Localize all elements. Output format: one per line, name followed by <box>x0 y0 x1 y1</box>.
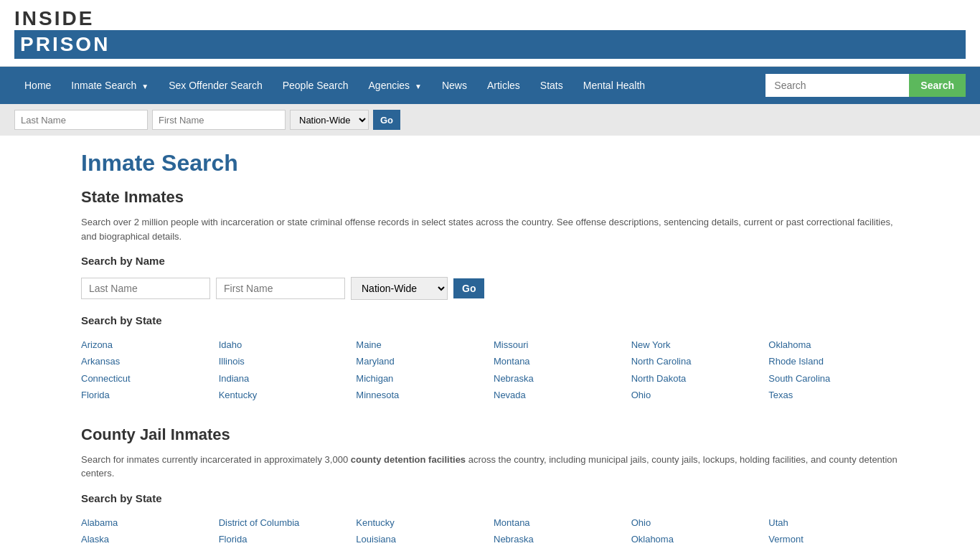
nav-people-search[interactable]: People Search <box>273 67 359 104</box>
county-link-ohio[interactable]: Ohio <box>631 517 651 528</box>
state-link-north-carolina[interactable]: North Carolina <box>631 356 692 367</box>
state-inmates-description: Search over 2 million people with incarc… <box>81 215 899 243</box>
county-link-kentucky[interactable]: Kentucky <box>356 517 394 528</box>
state-link-nevada[interactable]: Nevada <box>494 390 526 400</box>
state-link-illinois[interactable]: Illinois <box>219 356 245 367</box>
state-link-michigan[interactable]: Michigan <box>356 373 393 384</box>
state-link-new-york[interactable]: New York <box>631 339 671 350</box>
state-col-6: Oklahoma Rhode Island South Carolina Tex… <box>768 336 899 404</box>
logo-prison: PRISON <box>14 30 966 59</box>
nav-home[interactable]: Home <box>14 67 61 104</box>
county-col-2: District of Columbia Florida Georgia <box>219 514 349 551</box>
state-link-arkansas[interactable]: Arkansas <box>81 356 120 367</box>
county-link-florida[interactable]: Florida <box>219 534 248 545</box>
state-link-texas[interactable]: Texas <box>768 390 793 400</box>
nav-agencies[interactable]: Agencies ▼ <box>359 67 432 104</box>
nav-inmate-search[interactable]: Inmate Search ▼ <box>61 67 159 104</box>
county-jail-grid: Alabama Alaska Arkansas District of Colu… <box>81 514 899 551</box>
state-col-2: Idaho Illinois Indiana Kentucky <box>219 336 349 404</box>
inmate-search-arrow: ▼ <box>141 83 149 90</box>
state-link-florida[interactable]: Florida <box>81 390 110 400</box>
county-col-3: Kentucky Louisiana Maine <box>356 514 486 551</box>
quick-scope-select[interactable]: Nation-Wide Federal Alabama Alaska <box>290 110 369 130</box>
county-jail-title: County Jail Inmates <box>81 425 899 444</box>
state-link-rhode-island[interactable]: Rhode Island <box>768 356 824 367</box>
main-nav: Home Inmate Search ▼ Sex Offender Search… <box>0 67 980 104</box>
state-link-minnesota[interactable]: Minnesota <box>356 390 399 400</box>
county-link-louisiana[interactable]: Louisiana <box>356 534 396 545</box>
state-col-4: Missouri Montana Nebraska Nevada <box>494 336 624 404</box>
quick-last-name-input[interactable] <box>14 110 148 130</box>
county-link-nebraska[interactable]: Nebraska <box>494 534 534 545</box>
state-link-kentucky[interactable]: Kentucky <box>219 390 257 400</box>
state-last-name-input[interactable] <box>81 278 210 299</box>
nav-search-input[interactable] <box>765 74 909 97</box>
county-col-6: Utah Vermont Virginia <box>768 514 899 551</box>
site-logo[interactable]: INSIDE PRISON <box>14 7 966 59</box>
state-inmates-grid: Arizona Arkansas Connecticut Florida Ida… <box>81 336 899 404</box>
county-description-start: Search for inmates currently incarcerate… <box>81 454 351 465</box>
state-link-maryland[interactable]: Maryland <box>356 356 394 367</box>
county-jail-description: Search for inmates currently incarcerate… <box>81 453 899 481</box>
county-link-vermont[interactable]: Vermont <box>768 534 803 545</box>
county-link-oklahoma[interactable]: Oklahoma <box>631 534 674 545</box>
main-content: Inmate Search State Inmates Search over … <box>60 136 920 551</box>
search-by-name-label: Search by Name <box>81 255 899 267</box>
county-search-by-state-label: Search by State <box>81 492 899 504</box>
state-link-idaho[interactable]: Idaho <box>219 339 242 350</box>
state-go-button[interactable]: Go <box>453 278 484 298</box>
state-col-1: Arizona Arkansas Connecticut Florida <box>81 336 212 404</box>
nav-articles[interactable]: Articles <box>477 67 530 104</box>
county-link-utah[interactable]: Utah <box>768 517 788 528</box>
state-link-connecticut[interactable]: Connecticut <box>81 373 131 384</box>
state-link-arizona[interactable]: Arizona <box>81 339 113 350</box>
state-link-maine[interactable]: Maine <box>356 339 381 350</box>
quick-search-bar: Nation-Wide Federal Alabama Alaska Go <box>0 104 980 136</box>
search-by-state-label: Search by State <box>81 314 899 326</box>
county-description-bold: county detention facilities <box>351 454 466 465</box>
nav-search-area: Search <box>765 74 966 97</box>
county-link-alabama[interactable]: Alabama <box>81 517 118 528</box>
logo-inside: INSIDE <box>14 7 966 30</box>
nav-news[interactable]: News <box>432 67 477 104</box>
state-link-missouri[interactable]: Missouri <box>494 339 528 350</box>
page-title: Inmate Search <box>81 150 899 176</box>
state-inmates-title: State Inmates <box>81 188 899 207</box>
county-link-alaska[interactable]: Alaska <box>81 534 109 545</box>
nav-stats[interactable]: Stats <box>530 67 573 104</box>
nav-links: Home Inmate Search ▼ Sex Offender Search… <box>14 67 655 104</box>
state-col-3: Maine Maryland Michigan Minnesota <box>356 336 486 404</box>
state-col-5: New York North Carolina North Dakota Ohi… <box>631 336 762 404</box>
nav-sex-offender[interactable]: Sex Offender Search <box>159 67 272 104</box>
nav-mental-health[interactable]: Mental Health <box>573 67 655 104</box>
quick-go-button[interactable]: Go <box>373 110 400 130</box>
county-col-5: Ohio Oklahoma Oregon <box>631 514 762 551</box>
state-link-oklahoma[interactable]: Oklahoma <box>768 339 811 350</box>
quick-first-name-input[interactable] <box>152 110 286 130</box>
state-link-nebraska[interactable]: Nebraska <box>494 373 534 384</box>
agencies-arrow: ▼ <box>415 83 422 90</box>
nav-search-button[interactable]: Search <box>909 74 966 97</box>
county-col-1: Alabama Alaska Arkansas <box>81 514 212 551</box>
site-header: INSIDE PRISON <box>0 0 980 67</box>
county-link-dc[interactable]: District of Columbia <box>219 517 300 528</box>
state-first-name-input[interactable] <box>216 278 345 299</box>
state-scope-select[interactable]: Nation-Wide Federal Alabama Arizona Arka… <box>351 277 448 300</box>
state-name-search-form: Nation-Wide Federal Alabama Arizona Arka… <box>81 277 899 300</box>
state-link-north-dakota[interactable]: North Dakota <box>631 373 687 384</box>
state-link-ohio[interactable]: Ohio <box>631 390 651 400</box>
state-link-montana[interactable]: Montana <box>494 356 530 367</box>
county-col-4: Montana Nebraska Nevada <box>494 514 624 551</box>
state-link-south-carolina[interactable]: South Carolina <box>768 373 830 384</box>
state-link-indiana[interactable]: Indiana <box>219 373 250 384</box>
county-link-montana[interactable]: Montana <box>494 517 530 528</box>
